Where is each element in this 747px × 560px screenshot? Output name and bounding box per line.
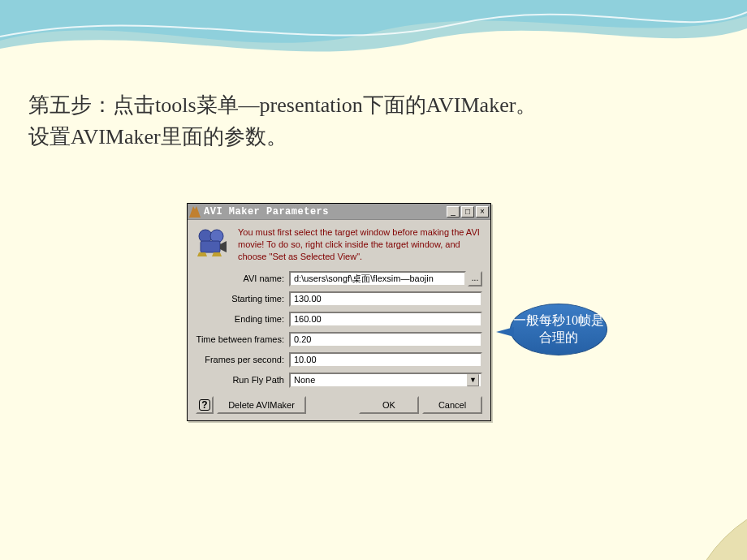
callout-tail — [496, 327, 514, 337]
callout-bubble: 一般每秒10帧是合理的 — [510, 304, 607, 355]
frames-per-second-input[interactable] — [289, 352, 482, 368]
run-fly-path-value: None — [294, 375, 315, 385]
dialog-button-row: ? Delete AVIMaker OK Cancel — [196, 393, 482, 416]
annotation-callout: 一般每秒10帧是合理的 — [510, 304, 607, 355]
slide-wave-decoration — [0, 0, 747, 73]
frames-per-second-label: Frames per second: — [196, 355, 289, 364]
ok-button[interactable]: OK — [359, 396, 419, 414]
delete-avimaker-button[interactable]: Delete AVIMaker — [217, 396, 306, 414]
slide-text-line1: 第五步：点击tools菜单—presentation下面的AVIMaker。 — [28, 93, 537, 117]
help-button[interactable]: ? — [196, 396, 214, 414]
dialog-titlebar[interactable]: AVI Maker Parameters _ □ × — [188, 204, 490, 220]
dialog-body: You must first select the target window … — [188, 220, 490, 420]
slide-text-line2: 设置AVIMaker里面的参数。 — [28, 125, 287, 149]
avi-name-label: AVI name: — [196, 274, 289, 283]
minimize-button[interactable]: _ — [447, 206, 460, 218]
dialog-header-row: You must first select the target window … — [196, 226, 482, 263]
avi-name-input[interactable] — [289, 271, 466, 286]
app-icon — [189, 206, 201, 218]
run-fly-path-combo[interactable]: None ▼ — [289, 373, 482, 388]
page-curl-decoration — [706, 519, 747, 560]
time-between-frames-label: Time between frames: — [196, 334, 289, 344]
chevron-down-icon: ▼ — [467, 374, 479, 386]
slide-instruction-text: 第五步：点击tools菜单—presentation下面的AVIMaker。 设… — [28, 89, 719, 153]
camera-icon — [196, 228, 228, 259]
maximize-button[interactable]: □ — [461, 206, 474, 218]
avi-maker-dialog: AVI Maker Parameters _ □ × You must firs… — [187, 203, 491, 421]
close-button[interactable]: × — [476, 206, 489, 218]
dialog-instructions: You must first select the target window … — [238, 226, 482, 263]
browse-button[interactable]: ... — [468, 271, 482, 286]
time-between-frames-input[interactable] — [289, 332, 482, 347]
starting-time-input[interactable] — [289, 291, 482, 307]
cancel-button[interactable]: Cancel — [422, 396, 482, 414]
help-icon: ? — [199, 399, 210, 411]
callout-text: 一般每秒10帧是合理的 — [511, 312, 607, 347]
ending-time-input[interactable] — [289, 312, 482, 327]
starting-time-label: Starting time: — [196, 294, 289, 304]
svg-rect-2 — [201, 241, 220, 252]
ending-time-label: Ending time: — [196, 314, 289, 324]
dialog-title: AVI Maker Parameters — [204, 206, 445, 218]
run-fly-path-label: Run Fly Path — [196, 375, 289, 385]
